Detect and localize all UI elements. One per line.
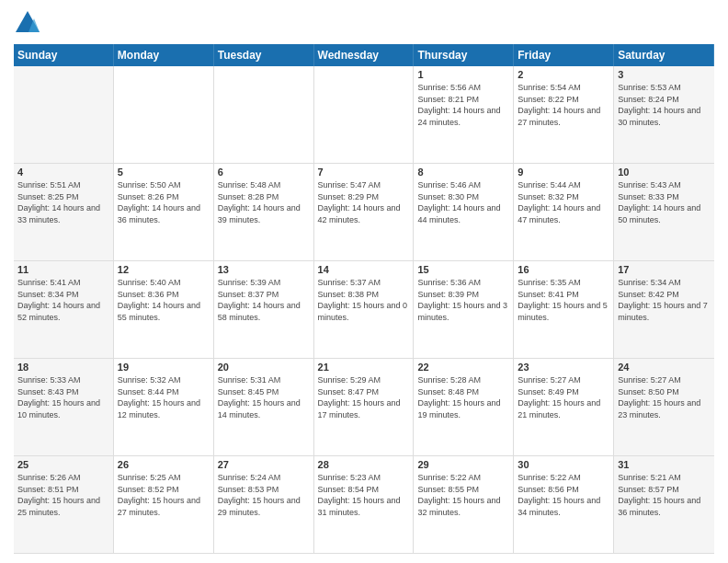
- day-number: 25: [17, 459, 109, 470]
- day-number: 5: [118, 167, 210, 178]
- header-cell-wednesday: Wednesday: [314, 44, 415, 66]
- calendar-row-1: 4Sunrise: 5:51 AM Sunset: 8:25 PM Daylig…: [14, 164, 714, 261]
- cal-cell: [114, 66, 214, 163]
- cal-cell: 23Sunrise: 5:27 AM Sunset: 8:49 PM Dayli…: [514, 359, 614, 455]
- day-number: 9: [518, 167, 609, 178]
- day-number: 3: [618, 69, 711, 80]
- cell-info: Sunrise: 5:48 AM Sunset: 8:28 PM Dayligh…: [218, 179, 310, 225]
- day-number: 16: [518, 264, 609, 275]
- cell-info: Sunrise: 5:51 AM Sunset: 8:25 PM Dayligh…: [17, 179, 109, 225]
- cal-cell: 16Sunrise: 5:35 AM Sunset: 8:41 PM Dayli…: [514, 261, 614, 358]
- cal-cell: 31Sunrise: 5:21 AM Sunset: 8:57 PM Dayli…: [614, 456, 714, 553]
- cal-cell: 24Sunrise: 5:27 AM Sunset: 8:50 PM Dayli…: [614, 359, 714, 455]
- day-number: 11: [17, 264, 109, 275]
- day-number: 21: [318, 362, 410, 373]
- cell-info: Sunrise: 5:27 AM Sunset: 8:50 PM Dayligh…: [618, 374, 711, 420]
- day-number: 19: [118, 362, 210, 373]
- header-cell-tuesday: Tuesday: [214, 44, 314, 66]
- cell-info: Sunrise: 5:43 AM Sunset: 8:33 PM Dayligh…: [618, 179, 711, 225]
- cal-cell: 9Sunrise: 5:44 AM Sunset: 8:32 PM Daylig…: [514, 164, 614, 260]
- day-number: 27: [218, 459, 310, 470]
- cell-info: Sunrise: 5:37 AM Sunset: 8:38 PM Dayligh…: [318, 277, 410, 323]
- cell-info: Sunrise: 5:53 AM Sunset: 8:24 PM Dayligh…: [618, 82, 711, 128]
- cal-cell: 19Sunrise: 5:32 AM Sunset: 8:44 PM Dayli…: [114, 359, 214, 455]
- header: [14, 9, 714, 37]
- cal-cell: 6Sunrise: 5:48 AM Sunset: 8:28 PM Daylig…: [214, 164, 314, 260]
- cal-cell: 25Sunrise: 5:26 AM Sunset: 8:51 PM Dayli…: [14, 456, 114, 553]
- cell-info: Sunrise: 5:27 AM Sunset: 8:49 PM Dayligh…: [518, 374, 609, 420]
- cal-cell: 21Sunrise: 5:29 AM Sunset: 8:47 PM Dayli…: [314, 359, 415, 455]
- cell-info: Sunrise: 5:41 AM Sunset: 8:34 PM Dayligh…: [17, 277, 109, 323]
- day-number: 26: [118, 459, 210, 470]
- day-number: 22: [417, 362, 509, 373]
- day-number: 24: [618, 362, 711, 373]
- calendar-body: 1Sunrise: 5:56 AM Sunset: 8:21 PM Daylig…: [14, 66, 714, 554]
- cal-cell: [314, 66, 415, 163]
- page: SundayMondayTuesdayWednesdayThursdayFrid…: [0, 0, 728, 563]
- calendar: SundayMondayTuesdayWednesdayThursdayFrid…: [14, 44, 714, 554]
- cal-cell: 2Sunrise: 5:54 AM Sunset: 8:22 PM Daylig…: [514, 66, 614, 163]
- day-number: 31: [618, 459, 711, 470]
- cell-info: Sunrise: 5:40 AM Sunset: 8:36 PM Dayligh…: [118, 277, 210, 323]
- cal-cell: 1Sunrise: 5:56 AM Sunset: 8:21 PM Daylig…: [414, 66, 514, 163]
- cell-info: Sunrise: 5:46 AM Sunset: 8:30 PM Dayligh…: [417, 179, 509, 225]
- cal-cell: 26Sunrise: 5:25 AM Sunset: 8:52 PM Dayli…: [114, 456, 214, 553]
- day-number: 28: [318, 459, 410, 470]
- calendar-header: SundayMondayTuesdayWednesdayThursdayFrid…: [14, 44, 714, 66]
- cal-cell: 8Sunrise: 5:46 AM Sunset: 8:30 PM Daylig…: [414, 164, 514, 260]
- cell-info: Sunrise: 5:23 AM Sunset: 8:54 PM Dayligh…: [318, 472, 410, 518]
- cell-info: Sunrise: 5:44 AM Sunset: 8:32 PM Dayligh…: [518, 179, 609, 225]
- cell-info: Sunrise: 5:47 AM Sunset: 8:29 PM Dayligh…: [318, 179, 410, 225]
- logo-icon: [14, 9, 41, 37]
- cell-info: Sunrise: 5:33 AM Sunset: 8:43 PM Dayligh…: [17, 374, 109, 420]
- day-number: 30: [518, 459, 609, 470]
- cal-cell: 5Sunrise: 5:50 AM Sunset: 8:26 PM Daylig…: [114, 164, 214, 260]
- day-number: 2: [518, 69, 609, 80]
- cal-cell: 18Sunrise: 5:33 AM Sunset: 8:43 PM Dayli…: [14, 359, 114, 455]
- cal-cell: 7Sunrise: 5:47 AM Sunset: 8:29 PM Daylig…: [314, 164, 415, 260]
- header-cell-monday: Monday: [114, 44, 214, 66]
- day-number: 4: [17, 167, 109, 178]
- header-cell-thursday: Thursday: [414, 44, 514, 66]
- day-number: 23: [518, 362, 609, 373]
- cal-cell: 3Sunrise: 5:53 AM Sunset: 8:24 PM Daylig…: [614, 66, 714, 163]
- logo: [14, 9, 45, 37]
- cell-info: Sunrise: 5:25 AM Sunset: 8:52 PM Dayligh…: [118, 472, 210, 518]
- day-number: 12: [118, 264, 210, 275]
- header-cell-saturday: Saturday: [614, 44, 714, 66]
- cal-cell: 22Sunrise: 5:28 AM Sunset: 8:48 PM Dayli…: [414, 359, 514, 455]
- cal-cell: 11Sunrise: 5:41 AM Sunset: 8:34 PM Dayli…: [14, 261, 114, 358]
- day-number: 18: [17, 362, 109, 373]
- day-number: 15: [417, 264, 509, 275]
- cell-info: Sunrise: 5:21 AM Sunset: 8:57 PM Dayligh…: [618, 472, 711, 518]
- cal-cell: 4Sunrise: 5:51 AM Sunset: 8:25 PM Daylig…: [14, 164, 114, 260]
- cell-info: Sunrise: 5:39 AM Sunset: 8:37 PM Dayligh…: [218, 277, 310, 323]
- day-number: 29: [417, 459, 509, 470]
- day-number: 6: [218, 167, 310, 178]
- cal-cell: 30Sunrise: 5:22 AM Sunset: 8:56 PM Dayli…: [514, 456, 614, 553]
- calendar-row-2: 11Sunrise: 5:41 AM Sunset: 8:34 PM Dayli…: [14, 261, 714, 359]
- day-number: 1: [417, 69, 509, 80]
- cell-info: Sunrise: 5:28 AM Sunset: 8:48 PM Dayligh…: [417, 374, 509, 420]
- cal-cell: 14Sunrise: 5:37 AM Sunset: 8:38 PM Dayli…: [314, 261, 415, 358]
- cal-cell: 15Sunrise: 5:36 AM Sunset: 8:39 PM Dayli…: [414, 261, 514, 358]
- cal-cell: 10Sunrise: 5:43 AM Sunset: 8:33 PM Dayli…: [614, 164, 714, 260]
- cell-info: Sunrise: 5:22 AM Sunset: 8:56 PM Dayligh…: [518, 472, 609, 518]
- calendar-row-4: 25Sunrise: 5:26 AM Sunset: 8:51 PM Dayli…: [14, 456, 714, 554]
- cell-info: Sunrise: 5:35 AM Sunset: 8:41 PM Dayligh…: [518, 277, 609, 323]
- cell-info: Sunrise: 5:32 AM Sunset: 8:44 PM Dayligh…: [118, 374, 210, 420]
- day-number: 13: [218, 264, 310, 275]
- header-cell-sunday: Sunday: [14, 44, 114, 66]
- cell-info: Sunrise: 5:34 AM Sunset: 8:42 PM Dayligh…: [618, 277, 711, 323]
- cal-cell: [14, 66, 114, 163]
- cal-cell: 13Sunrise: 5:39 AM Sunset: 8:37 PM Dayli…: [214, 261, 314, 358]
- day-number: 7: [318, 167, 410, 178]
- cell-info: Sunrise: 5:31 AM Sunset: 8:45 PM Dayligh…: [218, 374, 310, 420]
- day-number: 17: [618, 264, 711, 275]
- cal-cell: 28Sunrise: 5:23 AM Sunset: 8:54 PM Dayli…: [314, 456, 415, 553]
- day-number: 8: [417, 167, 509, 178]
- cell-info: Sunrise: 5:29 AM Sunset: 8:47 PM Dayligh…: [318, 374, 410, 420]
- cal-cell: 17Sunrise: 5:34 AM Sunset: 8:42 PM Dayli…: [614, 261, 714, 358]
- cell-info: Sunrise: 5:54 AM Sunset: 8:22 PM Dayligh…: [518, 82, 609, 128]
- cell-info: Sunrise: 5:24 AM Sunset: 8:53 PM Dayligh…: [218, 472, 310, 518]
